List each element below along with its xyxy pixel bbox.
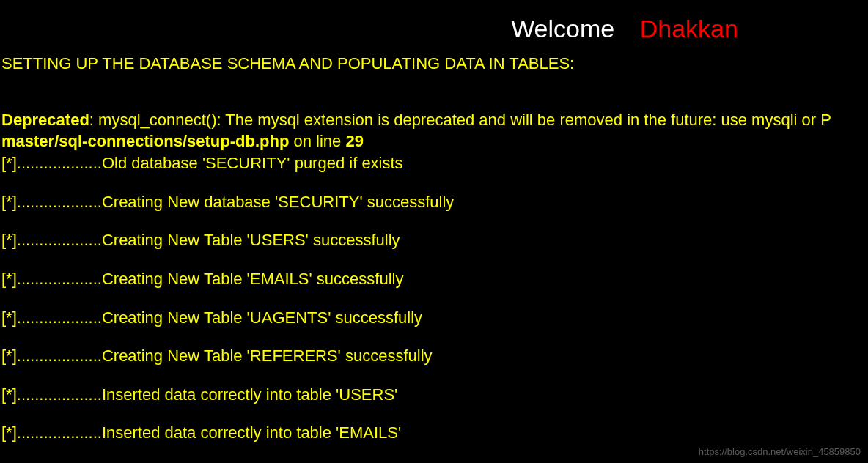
welcome-label: Welcome bbox=[511, 15, 614, 42]
deprecated-label: Deprecated bbox=[1, 111, 89, 129]
log-entry: [*]...................Creating New Table… bbox=[1, 269, 868, 290]
setup-heading: SETTING UP THE DATABASE SCHEMA AND POPUL… bbox=[1, 54, 868, 73]
log-entry: [*]...................Inserted data corr… bbox=[1, 385, 868, 406]
file-path-line: master/sql-connections/setup-db.php on l… bbox=[1, 131, 868, 152]
user-name: Dhakkan bbox=[640, 15, 738, 42]
log-output: [*]...................Old database 'SECU… bbox=[1, 153, 868, 444]
page-header: Welcome Dhakkan bbox=[0, 0, 868, 54]
content-area: SETTING UP THE DATABASE SCHEMA AND POPUL… bbox=[0, 54, 868, 444]
on-line-text: on line bbox=[289, 132, 345, 150]
log-entry: [*]...................Creating New Table… bbox=[1, 308, 868, 329]
log-entry: [*]...................Creating New datab… bbox=[1, 192, 868, 213]
line-number: 29 bbox=[345, 132, 363, 150]
watermark-text: https://blog.csdn.net/weixin_45859850 bbox=[699, 446, 861, 457]
log-entry: [*]...................Creating New Table… bbox=[1, 230, 868, 251]
log-entry: [*]...................Old database 'SECU… bbox=[1, 153, 868, 174]
log-entry: [*]...................Creating New Table… bbox=[1, 346, 868, 367]
deprecated-warning: Deprecated: mysql_connect(): The mysql e… bbox=[1, 110, 868, 131]
deprecated-message: : mysql_connect(): The mysql extension i… bbox=[89, 111, 831, 129]
file-path: master/sql-connections/setup-db.php bbox=[1, 132, 289, 150]
log-entry: [*]...................Inserted data corr… bbox=[1, 423, 868, 444]
